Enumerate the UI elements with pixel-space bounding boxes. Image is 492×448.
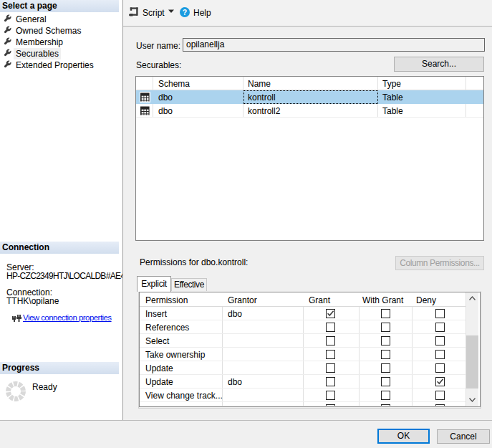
svg-text:?: ? <box>183 8 187 16</box>
